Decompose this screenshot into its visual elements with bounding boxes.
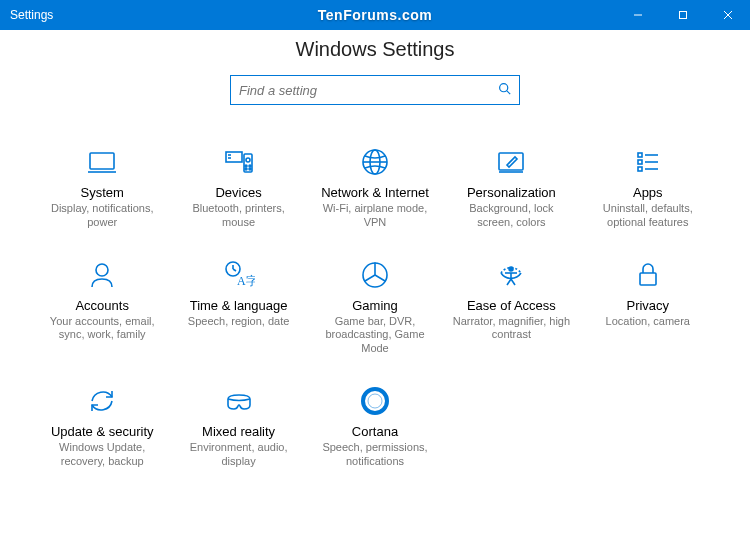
svg-point-34 bbox=[509, 267, 513, 271]
svg-rect-8 bbox=[226, 152, 242, 162]
titlebar: Settings TenForums.com bbox=[0, 0, 750, 30]
svg-text:A字: A字 bbox=[237, 274, 255, 288]
search-icon bbox=[498, 82, 511, 98]
tile-desc: Bluetooth, printers, mouse bbox=[172, 202, 304, 230]
svg-point-41 bbox=[368, 394, 382, 408]
system-icon bbox=[36, 145, 168, 179]
update-security-icon bbox=[36, 384, 168, 418]
devices-icon bbox=[172, 145, 304, 179]
tile-title: System bbox=[36, 185, 168, 200]
ease-of-access-icon bbox=[445, 258, 577, 292]
watermark: TenForums.com bbox=[318, 7, 432, 23]
tile-desc: Speech, region, date bbox=[172, 315, 304, 329]
tile-cortana[interactable]: Cortana Speech, permissions, notificatio… bbox=[307, 380, 443, 473]
tile-title: Devices bbox=[172, 185, 304, 200]
tile-system[interactable]: System Display, notifications, power bbox=[34, 141, 170, 234]
personalization-icon bbox=[445, 145, 577, 179]
time-language-icon: A字 bbox=[172, 258, 304, 292]
tile-privacy[interactable]: Privacy Location, camera bbox=[580, 254, 716, 360]
svg-point-40 bbox=[363, 389, 387, 413]
settings-grid: System Display, notifications, power Dev… bbox=[0, 105, 750, 472]
maximize-button[interactable] bbox=[660, 0, 705, 30]
tile-title: Cortana bbox=[309, 424, 441, 439]
tile-title: Update & security bbox=[36, 424, 168, 439]
privacy-icon bbox=[582, 258, 714, 292]
svg-point-12 bbox=[246, 158, 250, 162]
accounts-icon bbox=[36, 258, 168, 292]
search-input[interactable] bbox=[239, 83, 498, 98]
window-title: Settings bbox=[10, 8, 53, 22]
tile-title: Apps bbox=[582, 185, 714, 200]
svg-rect-1 bbox=[679, 12, 686, 19]
tile-title: Network & Internet bbox=[309, 185, 441, 200]
tile-desc: Display, notifications, power bbox=[36, 202, 168, 230]
svg-point-14 bbox=[249, 165, 251, 167]
tile-mixed-reality[interactable]: Mixed reality Environment, audio, displa… bbox=[170, 380, 306, 473]
maximize-icon bbox=[678, 10, 688, 20]
tile-desc: Environment, audio, display bbox=[172, 441, 304, 469]
page-title: Windows Settings bbox=[0, 38, 750, 61]
cortana-icon bbox=[309, 384, 441, 418]
svg-rect-24 bbox=[638, 160, 642, 164]
close-icon bbox=[723, 10, 733, 20]
minimize-button[interactable] bbox=[615, 0, 660, 30]
tile-accounts[interactable]: Accounts Your accounts, email, sync, wor… bbox=[34, 254, 170, 360]
tile-gaming[interactable]: Gaming Game bar, DVR, broadcasting, Game… bbox=[307, 254, 443, 360]
svg-line-38 bbox=[511, 279, 515, 285]
tile-title: Privacy bbox=[582, 298, 714, 313]
tile-desc: Uninstall, defaults, optional features bbox=[582, 202, 714, 230]
search-box[interactable] bbox=[230, 75, 520, 105]
search-container bbox=[0, 75, 750, 105]
tile-devices[interactable]: Devices Bluetooth, printers, mouse bbox=[170, 141, 306, 234]
tile-update-security[interactable]: Update & security Windows Update, recove… bbox=[34, 380, 170, 473]
tile-desc: Wi-Fi, airplane mode, VPN bbox=[309, 202, 441, 230]
tile-title: Accounts bbox=[36, 298, 168, 313]
tile-desc: Game bar, DVR, broadcasting, Game Mode bbox=[309, 315, 441, 356]
svg-rect-39 bbox=[640, 273, 656, 285]
tile-title: Ease of Access bbox=[445, 298, 577, 313]
tile-title: Mixed reality bbox=[172, 424, 304, 439]
tile-title: Personalization bbox=[445, 185, 577, 200]
tile-time-language[interactable]: A字 Time & language Speech, region, date bbox=[170, 254, 306, 360]
close-button[interactable] bbox=[705, 0, 750, 30]
svg-rect-6 bbox=[90, 153, 114, 169]
tile-desc: Windows Update, recovery, backup bbox=[36, 441, 168, 469]
tile-desc: Narrator, magnifier, high contrast bbox=[445, 315, 577, 343]
tile-title: Time & language bbox=[172, 298, 304, 313]
svg-line-37 bbox=[507, 279, 511, 285]
tile-desc: Background, lock screen, colors bbox=[445, 202, 577, 230]
tile-personalization[interactable]: Personalization Background, lock screen,… bbox=[443, 141, 579, 234]
svg-line-5 bbox=[507, 91, 510, 94]
gaming-icon bbox=[309, 258, 441, 292]
svg-point-4 bbox=[500, 84, 508, 92]
tile-network[interactable]: Network & Internet Wi-Fi, airplane mode,… bbox=[307, 141, 443, 234]
svg-point-13 bbox=[245, 165, 247, 167]
svg-point-15 bbox=[245, 168, 247, 170]
svg-line-31 bbox=[233, 269, 236, 271]
mixed-reality-icon bbox=[172, 384, 304, 418]
svg-point-28 bbox=[96, 264, 108, 276]
tile-ease-of-access[interactable]: Ease of Access Narrator, magnifier, high… bbox=[443, 254, 579, 360]
tile-title: Gaming bbox=[309, 298, 441, 313]
tile-apps[interactable]: Apps Uninstall, defaults, optional featu… bbox=[580, 141, 716, 234]
globe-icon bbox=[309, 145, 441, 179]
svg-rect-26 bbox=[638, 167, 642, 171]
tile-desc: Location, camera bbox=[582, 315, 714, 329]
svg-rect-22 bbox=[638, 153, 642, 157]
svg-point-16 bbox=[249, 168, 251, 170]
window-controls bbox=[615, 0, 750, 30]
tile-desc: Your accounts, email, sync, work, family bbox=[36, 315, 168, 343]
apps-icon bbox=[582, 145, 714, 179]
minimize-icon bbox=[633, 10, 643, 20]
tile-desc: Speech, permissions, notifications bbox=[309, 441, 441, 469]
